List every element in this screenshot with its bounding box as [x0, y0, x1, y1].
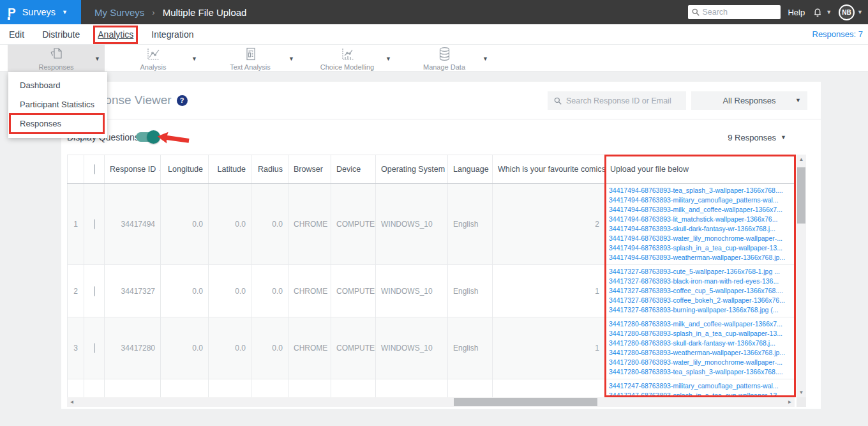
file-link[interactable]: 34417494-68763893-tea_splash_3-wallpaper… [609, 186, 791, 195]
breadcrumb: My Surveys › Multiple File Upload [94, 7, 246, 18]
file-link[interactable]: 34417280-68763893-tea_splash_3-wallpaper… [609, 367, 791, 377]
column-header-radius[interactable]: Radius [251, 155, 288, 184]
file-link[interactable]: 34417280-68763893-weatherman-wallpaper-1… [609, 348, 791, 358]
display-questions-toggle[interactable] [136, 132, 159, 142]
nav-item-analytics[interactable]: Analytics [98, 28, 133, 41]
help-link[interactable]: Help [788, 8, 805, 17]
file-link[interactable]: 34417327-68763893-cute_5-wallpaper-1366x… [609, 267, 791, 277]
file-link[interactable]: 34417327-68763893-coffee_cup_5-wallpaper… [609, 286, 791, 296]
file-link[interactable]: 34417280-68763893-water_lily_monochrome-… [609, 358, 791, 367]
uploaded-file-list: 34417247-68763893-military_camouflage_pa… [609, 381, 791, 397]
file-link[interactable]: 34417280-68763893-splash_in_a_tea_cup-wa… [609, 329, 791, 339]
select-all-checkbox[interactable] [94, 164, 95, 174]
column-header-longitude[interactable]: Longitude [161, 155, 209, 184]
row-checkbox[interactable] [94, 343, 95, 353]
chevron-down-icon: ▼ [288, 56, 294, 62]
chevron-down-icon: ▼ [781, 135, 786, 141]
language-cell [448, 379, 493, 398]
file-link[interactable]: 34417494-68763893-lit_matchstick-wallpap… [609, 215, 791, 224]
column-header-browser[interactable]: Browser [288, 155, 331, 184]
column-header-num[interactable] [68, 155, 84, 184]
analytics-toolbar: Responses ▼ Analysis ▼ Text Analysis ▼ C… [0, 45, 868, 72]
vertical-scrollbar[interactable]: ▲ ▼ [797, 155, 806, 397]
file-link[interactable]: 34417494-68763893-military_camouflage_pa… [609, 195, 791, 205]
surveys-app-menu[interactable]: P Surveys ▼ [0, 0, 81, 24]
horizontal-scrollbar-thumb[interactable] [454, 398, 597, 406]
file-link[interactable]: 34417247-68763893-splash_in_a_tea_cup-wa… [609, 391, 791, 397]
menu-item-responses[interactable]: Responses [8, 114, 107, 133]
uploaded-files-cell: 34417247-68763893-military_camouflage_pa… [605, 379, 795, 398]
vertical-scrollbar-thumb[interactable] [797, 167, 805, 224]
toolbar-responses[interactable]: Responses ▼ [8, 45, 105, 72]
file-link[interactable]: 34417494-68763893-milk_and_coffee-wallpa… [609, 205, 791, 215]
help-icon[interactable]: ? [177, 95, 188, 106]
response-filter-select[interactable]: All Responses ▼ [691, 91, 807, 110]
column-header-files[interactable]: Upload your file below [605, 155, 795, 184]
device-cell [331, 379, 376, 398]
row-number-cell: 1 [68, 184, 84, 265]
toolbar-choice-modelling[interactable]: Choice Modelling ▼ [299, 45, 396, 72]
responses-icon [49, 46, 64, 62]
radius-cell [251, 379, 288, 398]
row-number-cell: 2 [68, 265, 84, 317]
menu-item-dashboard[interactable]: Dashboard [8, 75, 107, 95]
breadcrumb-current-survey: Multiple File Upload [163, 7, 247, 18]
scrollbar-corner [797, 397, 806, 407]
horizontal-scrollbar[interactable]: ◄ ► [67, 397, 795, 407]
row-number-cell: 3 [68, 317, 84, 379]
response-search-box [548, 91, 686, 110]
scroll-left-icon[interactable]: ◄ [67, 399, 77, 405]
column-header-device[interactable]: Device [331, 155, 376, 184]
column-header-os[interactable]: Operating System [376, 155, 448, 184]
breadcrumb-my-surveys[interactable]: My Surveys [94, 7, 144, 18]
comics-answer-cell: 2 [493, 184, 605, 265]
scroll-right-icon[interactable]: ► [785, 399, 795, 405]
account-menu[interactable]: NB ▼ [839, 4, 863, 20]
file-link[interactable]: 34417494-68763893-weatherman-wallpaper-1… [609, 253, 791, 262]
uploaded-files-cell: 34417280-68763893-milk_and_coffee-wallpa… [605, 317, 795, 379]
response-search-input[interactable] [566, 96, 686, 105]
file-link[interactable]: 34417327-68763893-coffee_bokeh_2-wallpap… [609, 296, 791, 305]
analysis-icon [146, 46, 161, 62]
column-header-latitude[interactable]: Latitude [209, 155, 251, 184]
nav-item-edit[interactable]: Edit [9, 28, 24, 41]
scroll-down-icon[interactable]: ▼ [797, 390, 806, 395]
toolbar-analysis[interactable]: Analysis ▼ [105, 45, 202, 72]
longitude-cell: 0.0 [161, 317, 209, 379]
file-link[interactable]: 34417327-68763893-burning-wallpaper-1366… [609, 305, 791, 315]
latitude-cell: 0.0 [209, 317, 251, 379]
toolbar-text-analysis[interactable]: Text Analysis ▼ [202, 45, 299, 72]
chevron-down-icon: ▼ [94, 56, 100, 62]
browser-cell: CHROME [288, 184, 331, 265]
column-header-response_id[interactable]: Response ID▲ [105, 155, 161, 184]
notifications-button[interactable]: ▼ [812, 6, 832, 18]
responses-table-wrap: Response ID▲LongitudeLatitudeRadiusBrows… [67, 155, 795, 397]
column-header-comics[interactable]: Which is your favourite comics? [493, 155, 605, 184]
file-link[interactable]: 34417494-68763893-skull-dark-fantasy-wr-… [609, 224, 791, 234]
global-search-input[interactable] [688, 5, 781, 19]
response-id-cell: 34417327 [105, 265, 161, 317]
file-link[interactable]: 34417327-68763893-black-iron-man-with-re… [609, 277, 791, 286]
row-checkbox[interactable] [94, 219, 95, 229]
bell-icon [812, 6, 823, 18]
nav-item-integration[interactable]: Integration [151, 28, 193, 41]
file-link[interactable]: 34417280-68763893-skull-dark-fantasy-wr-… [609, 339, 791, 348]
file-link[interactable]: 34417494-68763893-water_lily_monochrome-… [609, 234, 791, 243]
scroll-up-icon[interactable]: ▲ [797, 156, 806, 162]
nav-item-distribute[interactable]: Distribute [42, 28, 80, 41]
file-link[interactable]: 34417280-68763893-milk_and_coffee-wallpa… [609, 319, 791, 329]
chevron-down-icon: ▼ [795, 98, 801, 103]
toolbar-manage-data[interactable]: Manage Data ▼ [396, 45, 493, 72]
file-link[interactable]: 34417494-68763893-splash_in_a_tea_cup-wa… [609, 243, 791, 253]
responses-count-dropdown[interactable]: 9 Responses ▼ [728, 133, 786, 142]
table-row: 3344172800.00.00.0CHROMECOMPUTERWINDOWS_… [68, 317, 795, 379]
row-checkbox[interactable] [94, 286, 95, 296]
menu-item-participant-statistics[interactable]: Participant Statistics [8, 95, 107, 114]
longitude-cell: 0.0 [161, 265, 209, 317]
responses-count[interactable]: Responses: 7 [812, 29, 864, 39]
table-row: 2344173270.00.00.0CHROMECOMPUTERWINDOWS_… [68, 265, 795, 317]
column-header-language[interactable]: Language [448, 155, 493, 184]
file-link[interactable]: 34417247-68763893-military_camouflage_pa… [609, 381, 791, 391]
survey-nav: Edit Distribute Analytics Integration Re… [0, 24, 868, 45]
comics-answer-cell: 1 [493, 265, 605, 317]
